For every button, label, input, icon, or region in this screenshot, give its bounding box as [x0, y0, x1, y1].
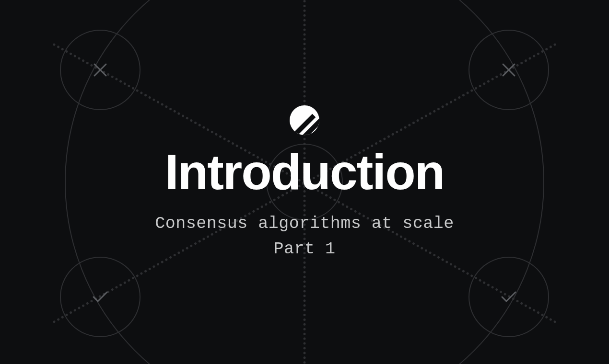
page-title: Introduction	[165, 145, 445, 199]
check-icon	[501, 291, 517, 303]
x-icon	[502, 63, 516, 77]
subtitle-line-1: Consensus algorithms at scale	[155, 211, 454, 237]
check-icon	[92, 291, 108, 303]
subtitle: Consensus algorithms at scale Part 1	[155, 211, 454, 262]
node-top-left	[60, 30, 141, 110]
subtitle-line-2: Part 1	[155, 237, 454, 262]
logo-icon	[290, 105, 319, 135]
node-bottom-right	[468, 257, 549, 337]
content-block: Introduction Consensus algorithms at sca…	[0, 105, 609, 262]
node-bottom-left	[60, 257, 141, 337]
x-icon	[93, 63, 107, 77]
node-top-right	[468, 30, 549, 110]
